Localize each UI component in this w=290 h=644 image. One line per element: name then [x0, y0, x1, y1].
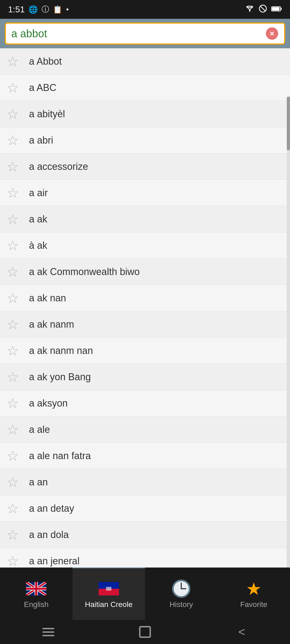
- list-item[interactable]: ☆ a an detay: [0, 495, 290, 522]
- star-icon[interactable]: ☆: [6, 159, 23, 175]
- english-flag-icon: [26, 579, 47, 598]
- item-text: a Abbot: [29, 56, 62, 67]
- word-list: ☆ a Abbot ☆ a ABC ☆ a abityèl ☆ a abri ☆…: [0, 48, 290, 568]
- star-icon[interactable]: ☆: [6, 448, 23, 464]
- clear-button[interactable]: ×: [265, 27, 279, 40]
- list-item[interactable]: ☆ a ak yon Bang: [0, 364, 290, 390]
- star-icon[interactable]: ☆: [6, 211, 23, 227]
- star-icon[interactable]: ☆: [6, 422, 23, 438]
- item-text: a abri: [29, 135, 53, 146]
- item-text: a ale: [29, 424, 50, 435]
- item-text: a ak nanm: [29, 319, 74, 330]
- item-text: a an detay: [29, 503, 74, 514]
- svg-point-0: [249, 10, 251, 12]
- status-bar: 1:51 🌐 ⓘ 📋 •: [0, 0, 290, 19]
- item-text: a air: [29, 187, 48, 199]
- list-item[interactable]: ☆ a accessorize: [0, 153, 290, 180]
- clear-icon[interactable]: ×: [266, 27, 278, 40]
- tab-english[interactable]: English: [0, 568, 73, 620]
- star-icon[interactable]: ☆: [6, 290, 23, 306]
- list-item[interactable]: ☆ a ak: [0, 206, 290, 232]
- search-input[interactable]: a abbot: [11, 28, 265, 40]
- star-icon[interactable]: ☆: [6, 553, 23, 568]
- item-text: a an dola: [29, 529, 69, 540]
- battery-icon: [271, 5, 282, 14]
- star-icon[interactable]: ☆: [6, 369, 23, 385]
- system-bar: <: [0, 620, 290, 644]
- item-text: a ak Commonwealth biwo: [29, 266, 140, 277]
- recents-button[interactable]: [35, 624, 62, 640]
- tab-haitian-creole-label: Haitian Creole: [85, 600, 132, 609]
- list-item[interactable]: ☆ a aksyon: [0, 390, 290, 416]
- item-text: a ak nan: [29, 292, 66, 304]
- home-button[interactable]: [132, 624, 158, 640]
- scrollbar-thumb[interactable]: [287, 97, 290, 150]
- globe-icon: 🌐: [28, 5, 38, 14]
- tab-favorite[interactable]: ★ Favorite: [218, 568, 290, 620]
- block-icon: [259, 5, 267, 14]
- item-text: a accessorize: [29, 161, 88, 172]
- tab-haitian-creole[interactable]: Haitian Creole: [73, 568, 145, 620]
- search-bar: a abbot ×: [0, 19, 290, 48]
- item-text: a ak: [29, 214, 47, 225]
- list-item[interactable]: ☆ a Abbot: [0, 48, 290, 75]
- svg-line-2: [260, 6, 266, 11]
- star-icon[interactable]: ☆: [6, 53, 23, 69]
- list-item[interactable]: ☆ a ak nan: [0, 285, 290, 311]
- info-icon: ⓘ: [42, 4, 49, 14]
- item-text: a abityèl: [29, 108, 65, 120]
- item-text: a ale nan fatra: [29, 450, 91, 462]
- tab-history-label: History: [169, 600, 193, 609]
- dot-icon: •: [66, 5, 69, 14]
- star-icon[interactable]: ☆: [6, 474, 23, 490]
- item-text: a ak nanm nan: [29, 345, 93, 356]
- list-item[interactable]: ☆ a an: [0, 469, 290, 495]
- item-text: a ak yon Bang: [29, 371, 91, 383]
- wifi-icon: [245, 5, 255, 14]
- star-icon[interactable]: ☆: [6, 500, 23, 517]
- star-icon[interactable]: ☆: [6, 80, 23, 96]
- list-item[interactable]: ☆ a ak nanm nan: [0, 338, 290, 364]
- scrollbar[interactable]: [287, 97, 290, 606]
- list-item[interactable]: ☆ a air: [0, 180, 290, 206]
- history-clock-icon: [171, 579, 192, 598]
- svg-rect-14: [35, 582, 37, 595]
- favorite-star-icon: ★: [243, 579, 264, 598]
- item-text: a aksyon: [29, 398, 68, 409]
- list-item[interactable]: ☆ a ABC: [0, 75, 290, 101]
- star-icon[interactable]: ☆: [6, 316, 23, 332]
- tab-english-label: English: [24, 600, 49, 609]
- star-icon[interactable]: ☆: [6, 237, 23, 254]
- star-icon[interactable]: ☆: [6, 185, 23, 201]
- list-item[interactable]: ☆ a ak nanm: [0, 311, 290, 338]
- item-text: a ABC: [29, 82, 56, 93]
- list-item[interactable]: ☆ a ak Commonwealth biwo: [0, 259, 290, 285]
- bottom-nav: English Haitian Creole History ★: [0, 568, 290, 620]
- star-icon[interactable]: ☆: [6, 527, 23, 543]
- star-icon[interactable]: ☆: [6, 132, 23, 148]
- star-icon[interactable]: ☆: [6, 395, 23, 411]
- list-item[interactable]: ☆ à ak: [0, 232, 290, 259]
- list-item[interactable]: ☆ a an dola: [0, 522, 290, 548]
- list-item[interactable]: ☆ a abityèl: [0, 101, 290, 127]
- list-item[interactable]: ☆ a abri: [0, 127, 290, 153]
- svg-rect-5: [272, 7, 280, 10]
- clipboard-icon: 📋: [53, 5, 62, 14]
- tab-history[interactable]: History: [145, 568, 218, 620]
- search-container[interactable]: a abbot ×: [5, 23, 285, 45]
- back-button[interactable]: <: [228, 624, 255, 640]
- svg-rect-4: [281, 8, 282, 10]
- star-icon[interactable]: ☆: [6, 264, 23, 280]
- tab-favorite-label: Favorite: [240, 600, 267, 609]
- item-text: a an: [29, 477, 48, 488]
- status-time: 1:51: [8, 5, 25, 14]
- list-item[interactable]: ☆ a ale nan fatra: [0, 443, 290, 469]
- item-text: a an jeneral: [29, 555, 79, 567]
- star-icon[interactable]: ☆: [6, 106, 23, 122]
- haitian-flag-icon: [98, 579, 119, 598]
- list-item[interactable]: ☆ a ale: [0, 416, 290, 443]
- item-text: à ak: [29, 240, 47, 251]
- list-item[interactable]: ☆ a an jeneral: [0, 548, 290, 568]
- star-icon[interactable]: ☆: [6, 343, 23, 359]
- svg-rect-17: [106, 587, 111, 591]
